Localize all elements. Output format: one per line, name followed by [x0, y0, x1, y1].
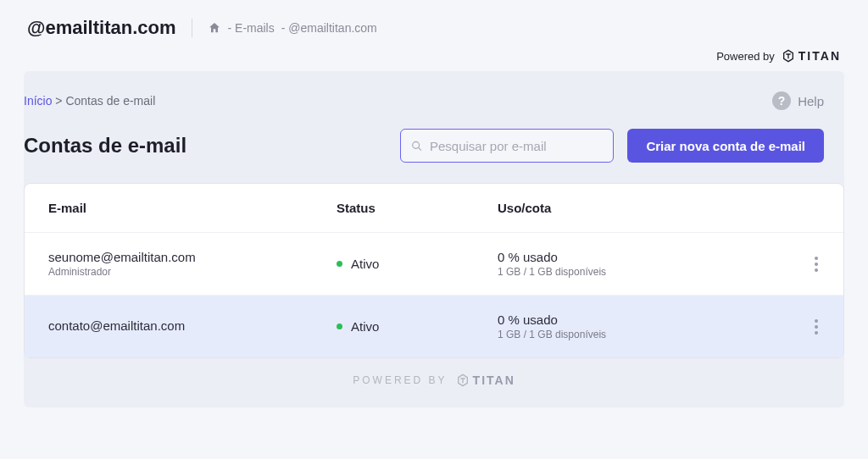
- footer-titan-logo: TITAN: [456, 373, 515, 387]
- domain-title: @emailtitan.com: [27, 17, 176, 39]
- panel-head: Início > Contas de e-mail ? Help: [24, 91, 844, 117]
- usage-main: 0 % usado: [498, 250, 769, 264]
- help-button[interactable]: ? Help: [772, 91, 824, 110]
- usage-main: 0 % usado: [498, 312, 769, 327]
- footer: POWERED BY TITAN: [24, 358, 844, 387]
- email-address: seunome@emailtitan.com: [48, 250, 337, 264]
- titan-brand-text: TITAN: [798, 49, 841, 63]
- breadcrumb-start-link[interactable]: Início: [24, 94, 52, 108]
- col-usage: Uso/cota: [498, 201, 769, 215]
- powered-by-label: Powered by: [716, 50, 775, 63]
- top-crumbs: - E-mails - @emailtitan.com: [208, 21, 377, 35]
- svg-line-1: [419, 147, 421, 150]
- usage-cell: 0 % usado 1 GB / 1 GB disponíveis: [498, 312, 769, 340]
- page-title: Contas de e-mail: [24, 134, 387, 158]
- main-panel: Início > Contas de e-mail ? Help Contas …: [24, 71, 844, 407]
- top-crumb-1: - E-mails: [228, 21, 275, 35]
- footer-powered-by: POWERED BY: [353, 374, 447, 386]
- row-menu-button[interactable]: [810, 314, 820, 340]
- top-crumb-2: - @emailtitan.com: [281, 21, 377, 35]
- col-email: E-mail: [48, 201, 337, 215]
- breadcrumb-sep: >: [55, 94, 62, 108]
- usage-sub: 1 GB / 1 GB disponíveis: [498, 329, 769, 340]
- table-header: E-mail Status Uso/cota: [25, 184, 843, 233]
- status-cell: Ativo: [337, 257, 498, 271]
- table-row[interactable]: contato@emailtitan.com Ativo 0 % usado 1…: [25, 296, 843, 357]
- titan-mark-icon: [782, 49, 795, 63]
- actions-cell: [769, 314, 820, 340]
- home-icon: [208, 21, 221, 35]
- powered-by-row: Powered by TITAN: [0, 46, 868, 71]
- svg-point-0: [413, 141, 420, 148]
- col-status: Status: [337, 201, 498, 215]
- status-cell: Ativo: [337, 319, 498, 334]
- search-input[interactable]: [430, 139, 603, 153]
- status-dot-icon: [337, 324, 342, 329]
- titan-mark-icon: [456, 373, 470, 387]
- create-account-button[interactable]: Criar nova conta de e-mail: [627, 129, 824, 163]
- search-icon: [411, 140, 423, 152]
- row-menu-button[interactable]: [810, 252, 820, 277]
- usage-cell: 0 % usado 1 GB / 1 GB disponíveis: [498, 250, 769, 278]
- usage-sub: 1 GB / 1 GB disponíveis: [498, 266, 769, 278]
- footer-brand-text: TITAN: [473, 373, 515, 387]
- email-address: contato@emailtitan.com: [48, 318, 337, 333]
- status-dot-icon: [337, 261, 342, 267]
- help-icon: ?: [772, 91, 791, 110]
- actions-cell: [769, 252, 820, 277]
- email-cell: seunome@emailtitan.com Administrador: [48, 250, 337, 278]
- search-box[interactable]: [400, 129, 614, 163]
- top-bar: @emailtitan.com - E-mails - @emailtitan.…: [0, 0, 868, 46]
- status-text: Ativo: [351, 319, 379, 334]
- breadcrumb-current: Contas de e-mail: [65, 94, 155, 108]
- table-row[interactable]: seunome@emailtitan.com Administrador Ati…: [25, 233, 843, 296]
- breadcrumb: Início > Contas de e-mail: [24, 94, 155, 108]
- titan-logo: TITAN: [782, 49, 841, 63]
- email-role: Administrador: [48, 266, 337, 278]
- accounts-table: E-mail Status Uso/cota seunome@emailtita…: [24, 183, 844, 358]
- email-cell: contato@emailtitan.com: [48, 318, 337, 335]
- divider: [192, 19, 192, 37]
- title-row: Contas de e-mail Criar nova conta de e-m…: [24, 117, 844, 183]
- help-label: Help: [798, 94, 824, 108]
- status-text: Ativo: [351, 257, 379, 271]
